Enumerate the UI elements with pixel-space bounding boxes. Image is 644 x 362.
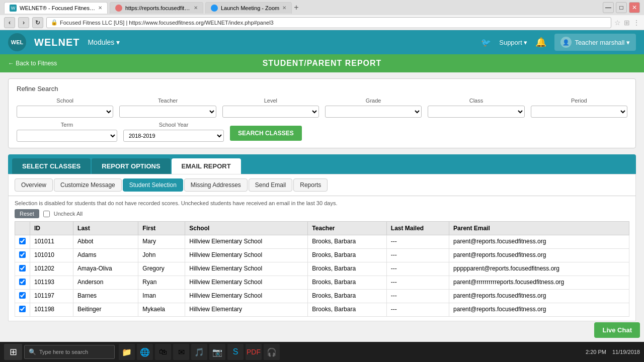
class-select[interactable] <box>428 106 524 118</box>
school-year-filter-group: School Year 2018-2019 <box>123 122 224 142</box>
top-navigation: WEL WELNET Modules ▾ 🐦 Support ▾ 🔔 👤 Tea… <box>0 30 644 54</box>
tab-zoom-close[interactable]: ✕ <box>282 5 286 11</box>
table-row: 101198 Beitinger Mykaela Hillview Elemen… <box>15 303 629 317</box>
support-button[interactable]: Support ▾ <box>499 39 527 46</box>
notification-bell-icon[interactable]: 🔔 <box>535 37 546 48</box>
period-select[interactable] <box>531 106 627 118</box>
taskbar-date: 11/19/2018 <box>612 349 640 355</box>
row-checkbox-5[interactable] <box>19 306 26 312</box>
cell-school-2: Hillview Elementary School <box>185 262 308 276</box>
grade-filter-group: Grade <box>325 98 422 118</box>
taskbar-time: 2:20 PM <box>586 349 606 355</box>
taskbar-photos-icon[interactable]: 📷 <box>209 344 225 360</box>
app-name: WELNET <box>34 37 79 48</box>
back-to-fitness-link[interactable]: ← Back to Fitness <box>8 60 57 67</box>
sub-tab-send-email[interactable]: Send Email <box>249 178 292 192</box>
col-first: First <box>138 222 185 235</box>
search-classes-button[interactable]: SEARCH CLASSES <box>230 126 302 141</box>
taskbar-file-explorer-icon[interactable]: 📁 <box>119 344 135 360</box>
forward-button[interactable]: › <box>18 17 29 28</box>
table-scroll-container[interactable]: ID Last First School Teacher Last Mailed… <box>15 221 629 317</box>
taskbar-music-icon[interactable]: 🎵 <box>191 344 207 360</box>
taskbar-store-icon[interactable]: 🛍 <box>155 344 171 360</box>
cell-last-4: Barnes <box>73 290 138 303</box>
extensions-icon[interactable]: ⊞ <box>624 19 630 27</box>
teacher-label: Teacher <box>119 98 216 104</box>
tab-email-report[interactable]: EMAIL REPORT <box>172 158 241 174</box>
tab-welnet-close[interactable]: ✕ <box>98 5 102 11</box>
refresh-button[interactable]: ↻ <box>32 17 43 28</box>
bookmark-icon[interactable]: ☆ <box>614 19 621 27</box>
tabs-header: SELECT CLASSES REPORT OPTIONS EMAIL REPO… <box>8 154 636 174</box>
row-checkbox-1[interactable] <box>19 251 26 258</box>
sub-tab-missing-addresses[interactable]: Missing Addresses <box>184 178 248 192</box>
taskbar-search-box[interactable]: 🔍 Type here to search <box>24 345 115 359</box>
col-last-mailed: Last Mailed <box>386 222 449 235</box>
term-filter-group: Term <box>17 122 117 142</box>
start-button[interactable]: ⊞ <box>4 344 22 360</box>
term-select[interactable] <box>17 130 117 142</box>
live-chat-button[interactable]: Live Chat <box>594 322 640 338</box>
taskbar-skype-icon[interactable]: S <box>227 344 244 360</box>
cell-last-2: Amaya-Oliva <box>73 262 138 276</box>
uncheck-all-label[interactable]: Uncheck All <box>54 211 83 217</box>
col-email: Parent Email <box>449 222 629 235</box>
twitter-icon[interactable]: 🐦 <box>481 38 491 47</box>
tab-reports-close[interactable]: ✕ <box>194 5 198 11</box>
school-year-label: School Year <box>123 122 224 128</box>
cell-last-mailed-4: --- <box>386 290 449 303</box>
filter-row-1: School Teacher Level Grade Class <box>17 98 627 118</box>
table-row: 101202 Amaya-Oliva Gregory Hillview Elem… <box>15 262 629 276</box>
row-checkbox-2[interactable] <box>19 265 26 272</box>
cell-school-1: Hillview Elementary School <box>185 249 308 262</box>
maximize-button[interactable]: □ <box>616 2 627 13</box>
teacher-avatar: 👤 <box>560 37 572 48</box>
sub-tabs: Overview Customize Message Student Selec… <box>8 174 636 196</box>
new-tab-button[interactable]: + <box>294 3 298 12</box>
sub-tab-customize-message[interactable]: Customize Message <box>54 178 122 192</box>
tab-report-options[interactable]: REPORT OPTIONS <box>92 158 170 174</box>
table-section: Selection is disabled for students that … <box>8 196 636 321</box>
cell-last-mailed-0: --- <box>386 235 449 249</box>
taskbar: ⊞ 🔍 Type here to search 📁 🌐 🛍 ✉ 🎵 📷 S PD… <box>0 342 644 362</box>
uncheck-all-checkbox[interactable] <box>43 211 50 217</box>
row-checkbox-3[interactable] <box>19 279 26 285</box>
tab-welnet[interactable]: W WELNET® - Focused Fitness, LLC ✕ <box>4 2 108 14</box>
topnav-right: 🐦 Support ▾ 🔔 👤 Teacher marshall ▾ <box>481 34 636 51</box>
school-select[interactable] <box>17 106 113 118</box>
grade-select[interactable] <box>325 106 422 118</box>
tab-zoom[interactable]: Launch Meeting - Zoom ✕ <box>205 2 292 14</box>
cell-school-5: Hillview Elementary <box>185 303 308 317</box>
sub-tab-reports[interactable]: Reports <box>293 178 328 192</box>
sub-tab-student-selection[interactable]: Student Selection <box>123 178 183 192</box>
minimize-button[interactable]: — <box>603 2 614 13</box>
level-select[interactable] <box>222 106 319 118</box>
school-year-select[interactable]: 2018-2019 <box>123 130 224 142</box>
cell-id-3: 101193 <box>30 276 73 290</box>
row-checkbox-4[interactable] <box>19 292 26 299</box>
modules-button[interactable]: Modules ▾ <box>88 38 120 46</box>
taskbar-mail-icon[interactable]: ✉ <box>173 344 189 360</box>
taskbar-headset-icon[interactable]: 🎧 <box>264 344 280 360</box>
back-button[interactable]: ‹ <box>4 17 15 28</box>
taskbar-edge-icon[interactable]: 🌐 <box>137 344 153 360</box>
taskbar-pdf-icon[interactable]: PDF <box>246 344 262 360</box>
cell-id-4: 101197 <box>30 290 73 303</box>
level-filter-group: Level <box>222 98 319 118</box>
teacher-button[interactable]: 👤 Teacher marshall ▾ <box>554 34 636 51</box>
close-button[interactable]: ✕ <box>629 2 640 13</box>
tab-select-classes[interactable]: SELECT CLASSES <box>12 158 91 174</box>
table-row: 101193 Anderson Ryan Hillview Elementary… <box>15 276 629 290</box>
tab-reports[interactable]: https://reports.focusedfitness.c... ✕ <box>110 2 203 14</box>
row-checkbox-0[interactable] <box>19 238 26 244</box>
col-checkbox <box>15 222 30 235</box>
sub-tab-overview[interactable]: Overview <box>15 178 53 192</box>
teacher-select[interactable] <box>119 106 216 118</box>
cell-last-0: Abbot <box>73 235 138 249</box>
cell-email-3: parent@rrrrrrrrrreports.focusedfitness.o… <box>449 276 629 290</box>
reset-button[interactable]: Reset <box>15 209 39 218</box>
taskbar-right: 2:20 PM 11/19/2018 <box>586 349 640 355</box>
refine-search-box: Refine Search School Teacher Level Grade <box>8 78 636 148</box>
menu-icon[interactable]: ⋮ <box>633 19 640 27</box>
address-bar[interactable]: 🔒 Focused Fitness LLC [US] | https://www… <box>46 17 611 28</box>
